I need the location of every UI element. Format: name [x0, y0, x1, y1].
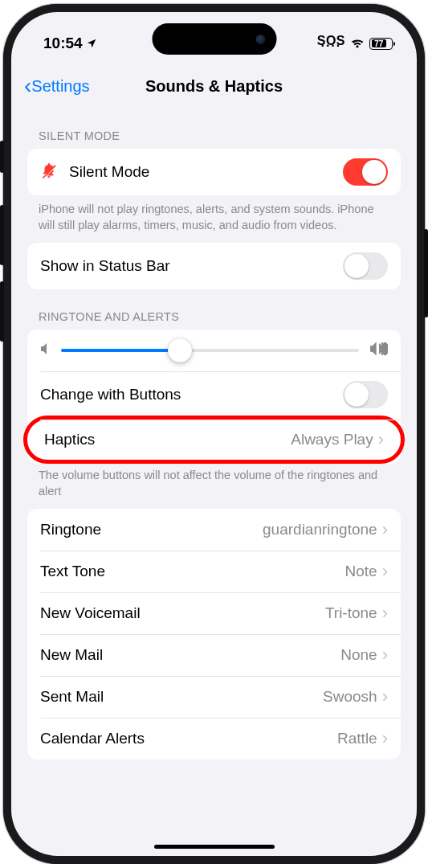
battery-icon: 77 — [369, 38, 393, 50]
screen: 10:54 SOS ···· 77 — [11, 12, 417, 856]
row-value: Rattle — [337, 730, 377, 747]
sound-row[interactable]: Sent MailSwoosh› — [27, 676, 401, 718]
row-label: Sent Mail — [40, 688, 323, 706]
row-label: Silent Mode — [69, 163, 343, 181]
phone-frame: 10:54 SOS ···· 77 — [3, 4, 425, 864]
row-value: Always Play — [291, 431, 373, 448]
change-with-buttons-row[interactable]: Change with Buttons — [27, 371, 401, 418]
silent-mode-row[interactable]: Silent Mode — [27, 149, 401, 195]
speaker-low-icon — [40, 342, 50, 358]
chevron-right-icon: › — [378, 429, 384, 450]
sound-row[interactable]: New VoicemailTri-tone› — [27, 592, 401, 634]
haptics-row[interactable]: Haptics Always Play › — [23, 416, 405, 464]
row-label: Calendar Alerts — [40, 730, 337, 747]
change-buttons-toggle[interactable] — [343, 381, 388, 408]
sos-indicator: SOS ···· — [317, 39, 345, 48]
row-value: Tri-tone — [325, 604, 377, 622]
row-label: Haptics — [44, 431, 291, 448]
status-time: 10:54 — [43, 35, 83, 52]
row-label: Change with Buttons — [40, 386, 343, 403]
chevron-right-icon: › — [382, 561, 388, 582]
side-button — [0, 281, 4, 342]
chevron-right-icon: › — [382, 519, 388, 540]
row-value: guardianringtone — [263, 521, 377, 538]
side-button — [424, 229, 428, 317]
section-footer: The volume buttons will not affect the v… — [27, 461, 401, 499]
row-label: New Voicemail — [40, 604, 325, 622]
back-button[interactable]: ‹ Settings — [19, 72, 95, 100]
section-header: SILENT MODE — [27, 108, 401, 149]
chevron-right-icon: › — [382, 645, 388, 665]
chevron-right-icon: › — [382, 728, 388, 749]
navbar: ‹ Settings Sounds & Haptics — [11, 63, 417, 108]
volume-slider-row[interactable] — [27, 330, 401, 371]
show-in-status-bar-row[interactable]: Show in Status Bar — [27, 243, 401, 289]
section-footer: iPhone will not play ringtones, alerts, … — [27, 195, 401, 233]
row-value: Note — [345, 563, 377, 580]
row-value: Swoosh — [323, 688, 377, 706]
volume-slider[interactable] — [61, 349, 359, 352]
slider-thumb[interactable] — [168, 338, 192, 362]
sound-row[interactable]: New MailNone› — [27, 634, 401, 676]
row-value: None — [340, 646, 377, 664]
home-indicator[interactable] — [154, 845, 275, 849]
side-button — [0, 141, 4, 173]
camera-dot — [255, 35, 265, 44]
bell-slash-icon — [40, 162, 58, 182]
row-label: Show in Status Bar — [40, 257, 343, 275]
silent-mode-toggle[interactable] — [343, 158, 388, 186]
status-bar-toggle[interactable] — [343, 252, 388, 280]
side-button — [0, 205, 4, 265]
dynamic-island — [152, 23, 276, 55]
wifi-icon — [350, 38, 365, 49]
section-header: RINGTONE AND ALERTS — [27, 289, 401, 330]
row-label: Text Tone — [40, 563, 345, 580]
back-label: Settings — [31, 77, 89, 96]
chevron-right-icon: › — [382, 686, 388, 707]
chevron-right-icon: › — [382, 603, 388, 624]
speaker-high-icon — [370, 342, 388, 359]
location-icon — [86, 38, 97, 49]
row-label: New Mail — [40, 646, 340, 664]
content[interactable]: SILENT MODE Silent Mode iPhone will not … — [11, 108, 417, 856]
sound-row[interactable]: Ringtoneguardianringtone› — [27, 509, 401, 551]
sound-row[interactable]: Text ToneNote› — [27, 551, 401, 592]
row-label: Ringtone — [40, 521, 263, 538]
sound-row[interactable]: Calendar AlertsRattle› — [27, 718, 401, 760]
